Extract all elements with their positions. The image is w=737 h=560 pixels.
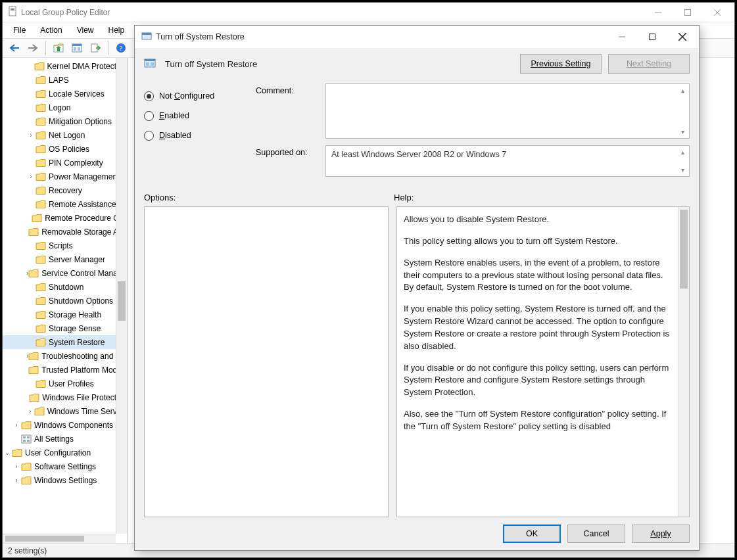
svg-rect-17 bbox=[23, 436, 26, 438]
tree-item-label: Windows Settings bbox=[34, 476, 97, 485]
dialog-title: Turn off System Restore bbox=[152, 32, 607, 41]
scroll-up-icon[interactable]: ▴ bbox=[678, 85, 688, 95]
tree-item-label: Shutdown bbox=[49, 283, 83, 292]
help-paragraph: Also, see the "Turn off System Restore c… bbox=[404, 408, 675, 433]
chevron-down-icon[interactable]: ⌄ bbox=[3, 449, 12, 456]
supported-textbox: At least Windows Server 2008 R2 or Windo… bbox=[325, 145, 690, 177]
toolbar-help-button[interactable]: ? bbox=[113, 40, 129, 56]
toolbar-forward-button[interactable] bbox=[25, 40, 41, 56]
tree-item[interactable]: ›Remote Assistance bbox=[3, 197, 127, 211]
main-close-button[interactable] bbox=[702, 3, 732, 22]
tree-item[interactable]: ›All Settings bbox=[3, 432, 127, 446]
tree-item[interactable]: ›Windows File Protection bbox=[3, 390, 127, 404]
main-title: Local Group Policy Editor bbox=[18, 8, 643, 17]
tree-item[interactable]: ›Service Control Manager bbox=[3, 266, 127, 280]
previous-setting-button[interactable]: Previous Setting bbox=[520, 54, 602, 74]
tree-item[interactable]: ›Kernel DMA Protection bbox=[3, 59, 127, 73]
cancel-button[interactable]: Cancel bbox=[567, 525, 625, 543]
chevron-right-icon[interactable]: › bbox=[26, 408, 34, 415]
help-paragraph: System Restore enables users, in the eve… bbox=[404, 257, 675, 294]
toolbar-up-button[interactable] bbox=[51, 40, 66, 56]
tree-item-label: User Profiles bbox=[49, 379, 94, 388]
chevron-right-icon[interactable]: › bbox=[12, 421, 21, 429]
tree-vertical-scrollbar[interactable] bbox=[116, 58, 127, 534]
scroll-down-icon[interactable]: ▾ bbox=[678, 165, 688, 175]
tree-item[interactable]: ›Shutdown bbox=[3, 280, 127, 294]
tree-item[interactable]: ›Shutdown Options bbox=[3, 294, 127, 308]
menu-view[interactable]: View bbox=[70, 24, 101, 37]
tree-item[interactable]: ›Scripts bbox=[3, 239, 127, 252]
tree-item[interactable]: ›Storage Sense bbox=[3, 321, 127, 335]
tree-item-label: Mitigation Options bbox=[49, 117, 112, 126]
tree-item[interactable]: ›Mitigation Options bbox=[3, 114, 127, 128]
chevron-right-icon: › bbox=[26, 297, 36, 304]
tree-item[interactable]: ›OS Policies bbox=[3, 142, 127, 156]
radio-enabled[interactable]: Enabled bbox=[144, 106, 243, 126]
tree-item-label: Trusted Platform Module bbox=[41, 365, 127, 375]
tree-item[interactable]: ›Windows Components bbox=[3, 418, 127, 432]
menu-help[interactable]: Help bbox=[102, 24, 131, 37]
all-settings-icon bbox=[21, 434, 32, 444]
radio-disabled[interactable]: Disabled bbox=[144, 126, 243, 145]
tree-item[interactable]: ›Windows Settings bbox=[3, 473, 127, 487]
scroll-down-icon[interactable]: ▾ bbox=[678, 127, 688, 137]
options-label: Options: bbox=[144, 193, 394, 202]
folder-icon bbox=[36, 255, 46, 264]
tree-item[interactable]: ⌄User Configuration bbox=[3, 446, 127, 459]
tree-pane[interactable]: ›Kernel DMA Protection›LAPS›Locale Servi… bbox=[3, 58, 128, 543]
tree-item[interactable]: ›Remote Procedure Call bbox=[3, 211, 127, 225]
dialog-minimize-button[interactable] bbox=[607, 27, 637, 47]
chevron-right-icon[interactable]: › bbox=[12, 477, 21, 484]
tree-item[interactable]: ›Windows Time Service bbox=[3, 404, 127, 418]
help-paragraph: If you disable or do not configure this … bbox=[404, 362, 675, 400]
tree-item[interactable]: ›Logon bbox=[3, 101, 127, 114]
toolbar-back-button[interactable] bbox=[7, 40, 22, 56]
tree-item[interactable]: ›PIN Complexity bbox=[3, 156, 127, 170]
chevron-right-icon[interactable]: › bbox=[26, 173, 36, 180]
tree-item[interactable]: ›Trusted Platform Module bbox=[3, 363, 127, 377]
tree-item[interactable]: ›Recovery bbox=[3, 183, 127, 197]
folder-icon bbox=[36, 379, 46, 388]
tree-item-label: All Settings bbox=[34, 434, 74, 444]
tree-item-label: Troubleshooting and Diagnostics bbox=[41, 352, 127, 361]
chevron-right-icon[interactable]: › bbox=[12, 463, 21, 470]
folder-icon bbox=[36, 200, 46, 209]
tree-item[interactable]: ›Removable Storage Access bbox=[3, 225, 127, 239]
folder-icon bbox=[36, 310, 46, 319]
radio-dot-icon bbox=[144, 131, 154, 141]
tree-item[interactable]: ›LAPS bbox=[3, 73, 127, 87]
tree-horizontal-scrollbar[interactable] bbox=[3, 534, 116, 543]
folder-icon bbox=[21, 421, 32, 430]
dialog-maximize-button[interactable] bbox=[637, 27, 667, 47]
radio-dot-icon bbox=[144, 111, 154, 121]
toolbar-show-hide-button[interactable] bbox=[69, 40, 85, 56]
chevron-right-icon: › bbox=[26, 76, 36, 83]
tree-item[interactable]: ›Power Management bbox=[3, 170, 127, 183]
toolbar-export-button[interactable] bbox=[87, 40, 103, 56]
tree-item[interactable]: ›Troubleshooting and Diagnostics bbox=[3, 349, 127, 363]
tree-item[interactable]: ›Locale Services bbox=[3, 87, 127, 101]
menu-file[interactable]: File bbox=[7, 24, 32, 37]
next-setting-button[interactable]: Next Setting bbox=[608, 54, 690, 74]
ok-button[interactable]: OK bbox=[503, 525, 561, 543]
tree-item[interactable]: ›Software Settings bbox=[3, 459, 127, 473]
tree-item[interactable]: ›Server Manager bbox=[3, 252, 127, 266]
comment-textbox[interactable]: ▴ ▾ bbox=[325, 83, 690, 139]
tree-item[interactable]: ›Storage Health bbox=[3, 308, 127, 321]
dialog-close-button[interactable] bbox=[667, 27, 698, 47]
tree-item-label: Service Control Manager bbox=[41, 269, 127, 278]
tree-item[interactable]: ›Net Logon bbox=[3, 128, 127, 142]
menu-action[interactable]: Action bbox=[34, 24, 68, 37]
main-minimize-button[interactable] bbox=[643, 3, 673, 22]
chevron-right-icon: › bbox=[26, 325, 36, 332]
scroll-up-icon[interactable]: ▴ bbox=[678, 147, 688, 157]
chevron-right-icon[interactable]: › bbox=[26, 131, 36, 139]
tree-item[interactable]: ›User Profiles bbox=[3, 377, 127, 390]
dialog-header-icon bbox=[144, 57, 156, 71]
main-maximize-button[interactable] bbox=[673, 3, 702, 22]
folder-icon bbox=[36, 158, 46, 168]
apply-button[interactable]: Apply bbox=[632, 525, 690, 543]
help-vertical-scrollbar[interactable] bbox=[678, 207, 689, 517]
radio-not-configured[interactable]: Not Configured bbox=[144, 86, 243, 106]
tree-item[interactable]: ›System Restore bbox=[3, 335, 127, 349]
